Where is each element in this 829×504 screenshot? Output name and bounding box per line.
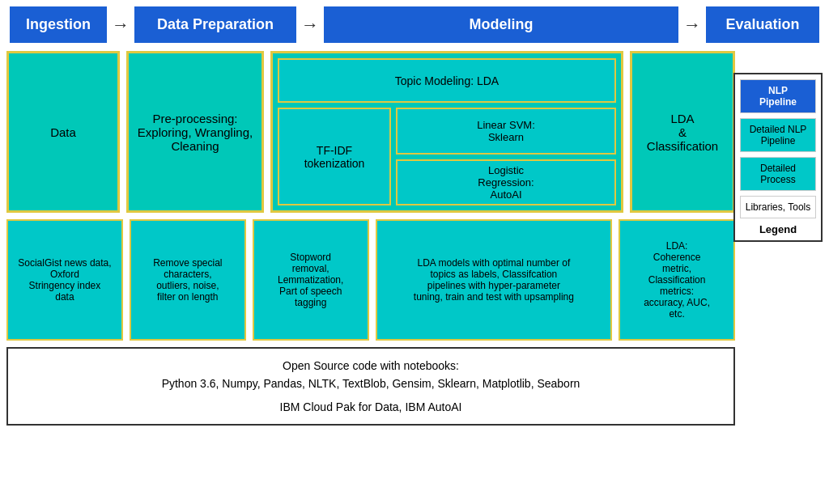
small-box-4: LDA models with optimal number of topics…: [376, 219, 613, 341]
linear-svm-box: Linear SVM: Sklearn: [396, 108, 616, 155]
arrow-2: →: [296, 15, 324, 36]
topic-modeling-box: Topic Modeling: LDA: [278, 58, 616, 103]
small-boxes-row: SocialGist news data, Oxford Stringency …: [6, 219, 735, 341]
bottom-line-2: Python 3.6, Numpy, Pandas, NLTK, TextBlo…: [24, 375, 717, 392]
content-wrapper: Data Pre-processing: Exploring, Wranglin…: [6, 51, 823, 426]
lda-classification-box: LDA & Classification: [630, 51, 735, 213]
data-box: Data: [6, 51, 120, 213]
pipeline-step-ingestion: Ingestion: [10, 6, 107, 43]
legend-detailed-nlp: Detailed NLP Pipeline: [740, 118, 816, 152]
legend-panel: NLP Pipeline Detailed NLP Pipeline Detai…: [733, 73, 823, 242]
bottom-line-1: Open Source code with notebooks:: [24, 357, 717, 375]
modeling-group: Topic Modeling: LDA TF-IDF tokenization …: [270, 51, 623, 213]
pipeline-step-data-preparation: Data Preparation: [134, 6, 296, 43]
arrow-1: →: [107, 15, 134, 36]
legend-title: Legend: [740, 223, 816, 235]
arrow-3: →: [678, 15, 706, 36]
bottom-bar: Open Source code with notebooks: Python …: [6, 347, 735, 426]
tfidf-box: TF-IDF tokenization: [278, 108, 391, 205]
big-boxes-row: Data Pre-processing: Exploring, Wranglin…: [6, 51, 735, 213]
svm-lr-group: Linear SVM: Sklearn Logistic Regression:…: [396, 108, 616, 205]
pipeline-step-evaluation: Evaluation: [706, 6, 819, 43]
small-box-5: LDA: Coherence metric, Classification me…: [619, 219, 735, 341]
modeling-bottom-row: TF-IDF tokenization Linear SVM: Sklearn …: [278, 108, 616, 205]
preprocess-box: Pre-processing: Exploring, Wrangling, Cl…: [126, 51, 264, 213]
pipeline-step-modeling: Modeling: [324, 6, 678, 43]
legend-libraries-tools: Libraries, Tools: [740, 196, 816, 218]
legend-detailed-process: Detailed Process: [740, 157, 816, 191]
small-box-1: SocialGist news data, Oxford Stringency …: [6, 219, 123, 341]
legend-nlp-pipeline: NLP Pipeline: [740, 79, 816, 113]
pipeline-bar: Ingestion → Data Preparation → Modeling …: [6, 6, 823, 43]
main-container: Ingestion → Data Preparation → Modeling …: [0, 0, 829, 504]
logistic-regression-box: Logistic Regression: AutoAI: [396, 159, 616, 206]
small-box-3: Stopword removal, Lemmatization, Part of…: [253, 219, 369, 341]
left-content: Data Pre-processing: Exploring, Wranglin…: [6, 51, 823, 426]
bottom-line-3: IBM Cloud Pak for Data, IBM AutoAI: [24, 398, 717, 416]
small-box-2: Remove special characters, outliers, noi…: [130, 219, 246, 341]
